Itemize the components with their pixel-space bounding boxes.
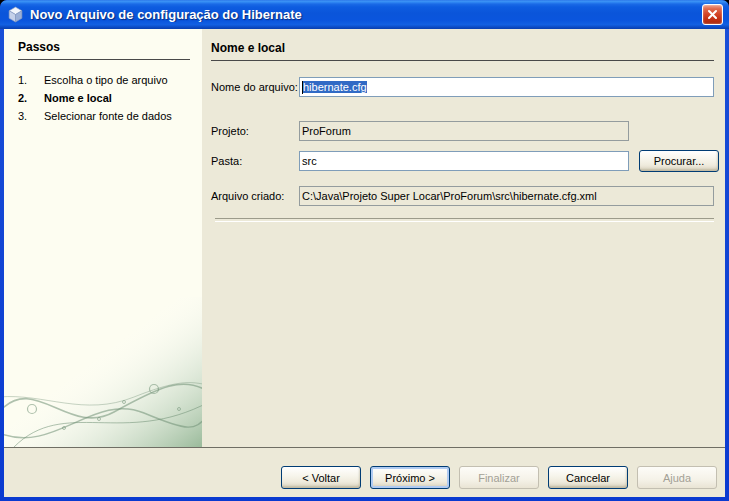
step-item-1: 1. Escolha o tipo de arquivo — [18, 73, 190, 87]
steps-panel: Passos 1. Escolha o tipo de arquivo 2. N… — [4, 29, 202, 447]
folder-input[interactable] — [299, 151, 629, 171]
dialog-body: Passos 1. Escolha o tipo de arquivo 2. N… — [4, 29, 725, 497]
selected-text: hibernate.cfg — [303, 81, 367, 93]
new-file-cube-icon — [7, 6, 24, 23]
folder-label: Pasta: — [211, 155, 299, 167]
step-item-2-current: 2. Nome e local — [18, 91, 190, 105]
back-button[interactable]: < Voltar — [281, 466, 361, 489]
created-file-row: Arquivo criado: C:\Java\Projeto Super Lo… — [211, 186, 714, 206]
close-button[interactable] — [702, 4, 723, 25]
cancel-button[interactable]: Cancelar — [548, 466, 628, 489]
finish-button: Finalizar — [459, 466, 539, 489]
file-name-label: Nome do arquivo: — [211, 81, 299, 93]
project-label: Projeto: — [211, 125, 299, 137]
button-bar: < Voltar Próximo > Finalizar Cancelar Aj… — [4, 447, 725, 497]
dialog-window: Novo Arquivo de configuração do Hibernat… — [0, 0, 729, 501]
file-name-row: Nome do arquivo: hibernate.cfg — [211, 77, 714, 97]
steps-list: 1. Escolha o tipo de arquivo 2. Nome e l… — [18, 73, 190, 123]
step-item-3: 3. Selecionar fonte de dados — [18, 109, 190, 123]
watermark-swirl-graphic — [4, 297, 202, 447]
steps-panel-title: Passos — [18, 40, 190, 60]
project-row: Projeto: ProForum — [211, 121, 714, 141]
project-field: ProForum — [299, 121, 629, 141]
file-name-input[interactable]: hibernate.cfg — [299, 77, 714, 97]
page-title: Nome e local — [211, 41, 714, 61]
help-button: Ajuda — [637, 466, 717, 489]
main-panel: Nome e local Nome do arquivo: hibernate.… — [202, 29, 725, 447]
separator-line — [215, 218, 714, 222]
titlebar[interactable]: Novo Arquivo de configuração do Hibernat… — [0, 0, 729, 29]
created-file-field: C:\Java\Projeto Super Locar\ProForum\src… — [299, 186, 714, 206]
folder-row: Pasta: Procurar... — [211, 150, 714, 172]
next-button[interactable]: Próximo > — [370, 466, 450, 489]
created-file-label: Arquivo criado: — [211, 190, 299, 202]
browse-button[interactable]: Procurar... — [639, 150, 719, 172]
window-title: Novo Arquivo de configuração do Hibernat… — [30, 7, 702, 22]
